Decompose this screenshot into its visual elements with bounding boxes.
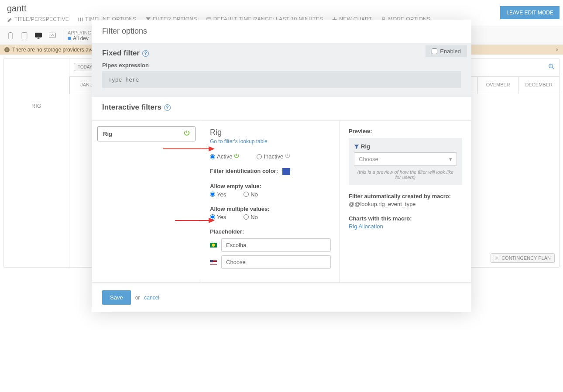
help-icon[interactable]: ? [164, 104, 171, 111]
preview-label: Preview: [349, 128, 462, 134]
inactive-radio-input[interactable] [257, 154, 262, 159]
placeholder-us-input[interactable] [221, 255, 331, 269]
allow-empty-yes[interactable]: Yes [210, 191, 226, 198]
allow-empty-no[interactable]: No [244, 191, 258, 198]
enabled-checkbox[interactable] [432, 48, 437, 54]
preview-filter-name: Rig [361, 143, 370, 150]
help-icon[interactable]: ? [142, 50, 149, 57]
placeholder-label: Placeholder: [210, 228, 331, 235]
arrow-annotation [163, 148, 214, 149]
interactive-filters-heading: Interactive filters [102, 103, 161, 112]
lookup-table-link[interactable]: Go to filter's lookup table [210, 138, 268, 144]
power-off-icon [285, 153, 290, 160]
modal-overlay: Filter options Fixed filter ? Enabled Pi… [0, 0, 563, 392]
filter-tab-rig[interactable]: Rig [97, 126, 196, 141]
preview-box: Rig Choose ▾ (this is a preview of how t… [349, 138, 462, 185]
active-label: Active [217, 153, 232, 160]
allow-multiple-label: Allow multiple values: [210, 206, 331, 212]
flag-us-icon [210, 260, 217, 265]
enabled-toggle[interactable]: Enabled [426, 45, 467, 57]
placeholder-br-input[interactable] [221, 238, 331, 252]
active-radio[interactable]: Active [210, 153, 239, 160]
filter-color-label: Filter identification color: [210, 168, 278, 174]
allow-empty-label: Allow empty value: [210, 183, 331, 189]
chevron-down-icon: ▾ [449, 156, 452, 162]
filter-color-swatch[interactable] [282, 168, 290, 175]
modal-title: Filter options [92, 20, 471, 43]
active-radio-input[interactable] [210, 154, 215, 159]
save-button[interactable]: Save [102, 290, 131, 305]
filter-icon [354, 144, 359, 149]
or-text: or [135, 295, 140, 301]
inactive-radio[interactable]: Inactive [257, 153, 290, 160]
power-on-icon [234, 153, 239, 160]
chart-link-rig-allocation[interactable]: Rig Allocation [349, 223, 462, 230]
arrow-annotation [175, 220, 214, 221]
flag-br-icon [210, 243, 217, 248]
enabled-label: Enabled [440, 48, 461, 55]
cancel-link[interactable]: cancel [144, 295, 159, 301]
preview-select-placeholder: Choose [359, 156, 378, 162]
preview-select[interactable]: Choose ▾ [354, 152, 457, 166]
allow-multiple-no[interactable]: No [244, 214, 258, 220]
macro-label: Filter automatically created by macro: [349, 193, 462, 199]
filter-detail-title: Rig [210, 128, 331, 137]
charts-label: Charts with this macro: [349, 215, 462, 222]
filter-tab-label: Rig [103, 131, 112, 137]
pipes-expression-input[interactable] [102, 71, 461, 88]
pipes-expression-label: Pipes expression [102, 62, 461, 69]
inactive-label: Inactive [264, 153, 283, 160]
filter-options-modal: Filter options Fixed filter ? Enabled Pi… [92, 20, 471, 312]
preview-help-text: (this is a preview of how the filter wil… [354, 169, 457, 180]
fixed-filter-heading: Fixed filter [102, 49, 140, 58]
power-icon [184, 130, 190, 138]
macro-value: @@lookup.rig_event_type [349, 201, 462, 207]
